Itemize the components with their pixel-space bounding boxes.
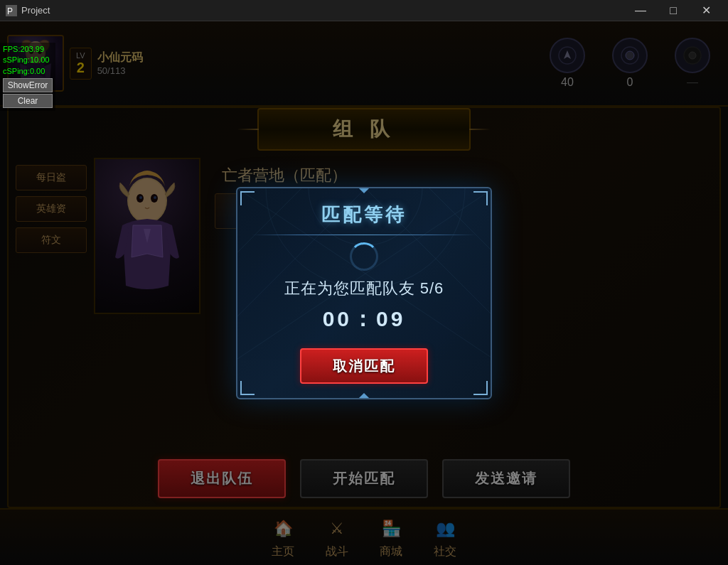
match-status-text: 正在为您匹配队友 5/6 — [252, 278, 476, 299]
csping-display: cSPing:0.00 — [3, 66, 53, 77]
ssping-display: sSPing:10.00 — [3, 55, 53, 65]
modal-deco-line-top — [252, 235, 476, 235]
window-controls: — □ ✕ — [624, 0, 722, 21]
show-error-button[interactable]: ShowError — [3, 78, 53, 92]
svg-text:P: P — [7, 6, 13, 16]
app-icon: P — [6, 5, 17, 16]
modal-title-area: 匹配等待 — [237, 188, 491, 235]
fps-display: FPS:203.99 — [3, 44, 53, 55]
match-timer: 00：09 — [252, 305, 476, 334]
maximize-button[interactable]: □ — [657, 0, 690, 21]
game-area: FPS:203.99 sSPing:10.00 cSPing:0.00 Show… — [0, 21, 728, 565]
loading-spinner — [350, 242, 378, 271]
modal-corner-br — [473, 381, 488, 395]
match-modal: 匹配等待 正在为您匹配队友 5/6 00：09 取消匹配 — [236, 187, 492, 399]
match-modal-overlay: 匹配等待 正在为您匹配队友 5/6 00：09 取消匹配 — [0, 21, 728, 565]
cancel-match-button[interactable]: 取消匹配 — [300, 348, 428, 384]
modal-corner-bl — [240, 381, 255, 395]
clear-button[interactable]: Clear — [3, 94, 53, 108]
match-loader — [237, 242, 491, 271]
minimize-button[interactable]: — — [624, 0, 657, 21]
modal-body: 正在为您匹配队友 5/6 00：09 取消匹配 — [237, 278, 491, 398]
titlebar-left: P Project — [6, 5, 50, 16]
title-bar: P Project — □ ✕ — [0, 0, 728, 21]
close-button[interactable]: ✕ — [690, 0, 722, 21]
modal-title: 匹配等待 — [321, 203, 407, 227]
window-title: Project — [21, 5, 50, 16]
debug-overlay: FPS:203.99 sSPing:10.00 cSPing:0.00 Show… — [0, 43, 55, 111]
